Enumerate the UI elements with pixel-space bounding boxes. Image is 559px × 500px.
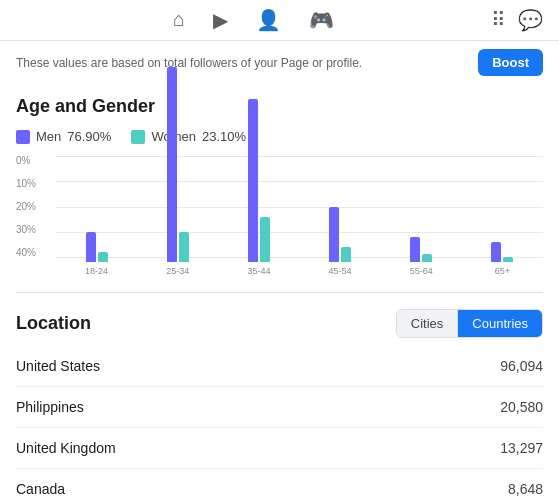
country-value: 13,297 — [500, 440, 543, 456]
age-bars-45-54 — [329, 162, 351, 262]
age-label: 45-54 — [329, 266, 352, 276]
men-value: 76.90% — [67, 129, 111, 144]
women-bar — [422, 254, 432, 262]
y-axis: 40% 30% 20% 10% 0% — [16, 156, 36, 276]
location-header: Location Cities Countries — [16, 309, 543, 338]
men-bar — [329, 207, 339, 262]
women-bar — [260, 217, 270, 262]
country-value: 8,648 — [508, 481, 543, 497]
women-bar — [98, 252, 108, 262]
age-gender-chart: 40% 30% 20% 10% 0% 18-2425-3435-4445-545… — [16, 156, 543, 276]
legend-men: Men 76.90% — [16, 129, 111, 144]
country-name: United Kingdom — [16, 440, 116, 456]
grid-line-40 — [56, 156, 543, 157]
age-label: 65+ — [495, 266, 510, 276]
messenger-icon[interactable]: 💬 — [518, 8, 543, 32]
women-bar — [503, 257, 513, 262]
legend: Men 76.90% Women 23.10% — [16, 129, 543, 144]
main-content: Age and Gender Men 76.90% Women 23.10% 4… — [0, 96, 559, 500]
tab-cities[interactable]: Cities — [397, 310, 459, 337]
men-bar — [248, 99, 258, 262]
table-row: Canada8,648 — [16, 469, 543, 500]
video-icon[interactable]: ▶ — [213, 8, 228, 32]
gaming-icon[interactable]: 🎮 — [309, 8, 334, 32]
table-row: United Kingdom13,297 — [16, 428, 543, 469]
men-bar — [167, 67, 177, 262]
age-group-55-64: 55-64 — [381, 162, 462, 276]
men-label: Men — [36, 129, 61, 144]
age-group-25-34: 25-34 — [137, 162, 218, 276]
location-table: United States96,094Philippines20,580Unit… — [16, 346, 543, 500]
tab-group: Cities Countries — [396, 309, 543, 338]
women-value: 23.10% — [202, 129, 246, 144]
table-row: United States96,094 — [16, 346, 543, 387]
y-label-20: 20% — [16, 202, 36, 212]
table-row: Philippines20,580 — [16, 387, 543, 428]
age-group-65+: 65+ — [462, 162, 543, 276]
nav-right: ⠿ 💬 — [491, 8, 543, 32]
men-bar — [86, 232, 96, 262]
country-name: Philippines — [16, 399, 84, 415]
country-name: Canada — [16, 481, 65, 497]
country-name: United States — [16, 358, 100, 374]
profile-icon[interactable]: 👤 — [256, 8, 281, 32]
section-divider — [16, 292, 543, 293]
top-nav: ⌂ ▶ 👤 🎮 ⠿ 💬 — [0, 0, 559, 41]
chart-inner: 18-2425-3435-4445-5455-6465+ — [56, 156, 543, 276]
age-group-35-44: 35-44 — [218, 162, 299, 276]
men-bar — [491, 242, 501, 262]
men-color-box — [16, 130, 30, 144]
age-label: 55-64 — [410, 266, 433, 276]
chart-area: 40% 30% 20% 10% 0% 18-2425-3435-4445-545… — [16, 156, 543, 276]
boost-button[interactable]: Boost — [478, 49, 543, 76]
men-bar — [410, 237, 420, 262]
y-label-40: 40% — [16, 248, 36, 258]
nav-icons: ⌂ ▶ 👤 🎮 — [16, 8, 491, 32]
women-bar — [341, 247, 351, 262]
tab-countries[interactable]: Countries — [458, 310, 542, 337]
y-label-30: 30% — [16, 225, 36, 235]
age-bars-35-44 — [248, 162, 270, 262]
age-label: 35-44 — [247, 266, 270, 276]
age-label: 18-24 — [85, 266, 108, 276]
bars-row: 18-2425-3435-4445-5455-6465+ — [56, 174, 543, 276]
age-group-18-24: 18-24 — [56, 162, 137, 276]
age-bars-18-24 — [86, 162, 108, 262]
y-label-0: 0% — [16, 156, 36, 166]
age-bars-25-34 — [167, 162, 189, 262]
info-bar: These values are based on total follower… — [0, 41, 559, 84]
women-bar — [179, 232, 189, 262]
y-label-10: 10% — [16, 179, 36, 189]
country-value: 20,580 — [500, 399, 543, 415]
age-bars-65+ — [491, 162, 513, 262]
age-group-45-54: 45-54 — [300, 162, 381, 276]
legend-women: Women 23.10% — [131, 129, 246, 144]
home-icon[interactable]: ⌂ — [173, 8, 185, 32]
grid-icon[interactable]: ⠿ — [491, 8, 506, 32]
country-value: 96,094 — [500, 358, 543, 374]
info-text: These values are based on total follower… — [16, 56, 362, 70]
women-color-box — [131, 130, 145, 144]
location-title: Location — [16, 313, 91, 334]
age-bars-55-64 — [410, 162, 432, 262]
age-label: 25-34 — [166, 266, 189, 276]
age-gender-title: Age and Gender — [16, 96, 543, 117]
